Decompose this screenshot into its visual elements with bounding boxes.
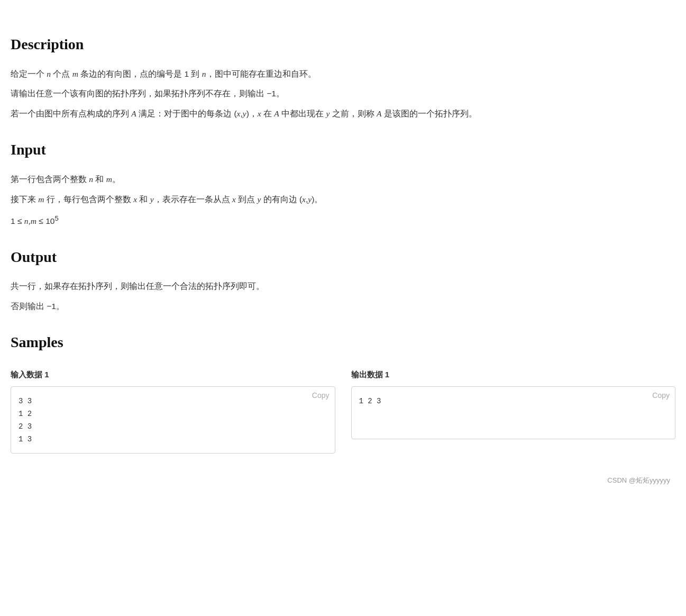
output-line-2: 否则输出 −1。 [11,299,675,314]
input-line-1: 第一行包含两个整数 n 和 m。 [11,172,675,187]
input-line-2: 接下来 m 行，每行包含两个整数 x 和 y，表示存在一条从点 x 到点 y 的… [11,192,675,207]
input-line-3: 1 ≤ n,m ≤ 105 [11,212,675,229]
footer-credit: CSDN @炻炻yyyyyy [11,475,675,486]
output-line-1: 共一行，如果存在拓扑序列，则输出任意一个合法的拓扑序列即可。 [11,279,675,294]
samples-container: 输入数据 1 Copy 3 3 1 2 2 3 1 3 输出数据 1 Copy … [11,368,675,454]
output-copy-button[interactable]: Copy [652,391,670,400]
output-sample-box: Copy 1 2 3 [351,386,676,439]
samples-title: Samples [11,330,675,355]
description-line-3: 若一个由图中所有点构成的序列 A 满足：对于图中的每条边 (x,y)，x 在 A… [11,106,675,121]
input-sample-box: Copy 3 3 1 2 2 3 1 3 [11,386,335,454]
input-copy-button[interactable]: Copy [312,391,330,400]
description-line-1: 给定一个 n 个点 m 条边的有向图，点的编号是 1 到 n，图中可能存在重边和… [11,67,675,81]
output-sample-column: 输出数据 1 Copy 1 2 3 [351,368,676,440]
description-line-2: 请输出任意一个该有向图的拓扑序列，如果拓扑序列不存在，则输出 −1。 [11,86,675,101]
input-sample-column: 输入数据 1 Copy 3 3 1 2 2 3 1 3 [11,368,335,454]
output-title: Output [11,244,675,270]
input-sample-content: 3 3 1 2 2 3 1 3 [19,395,327,446]
input-sample-label: 输入数据 1 [11,368,335,382]
output-sample-label: 输出数据 1 [351,368,676,382]
description-title: Description [11,32,675,57]
input-title: Input [11,137,675,162]
output-sample-content: 1 2 3 [359,395,668,408]
